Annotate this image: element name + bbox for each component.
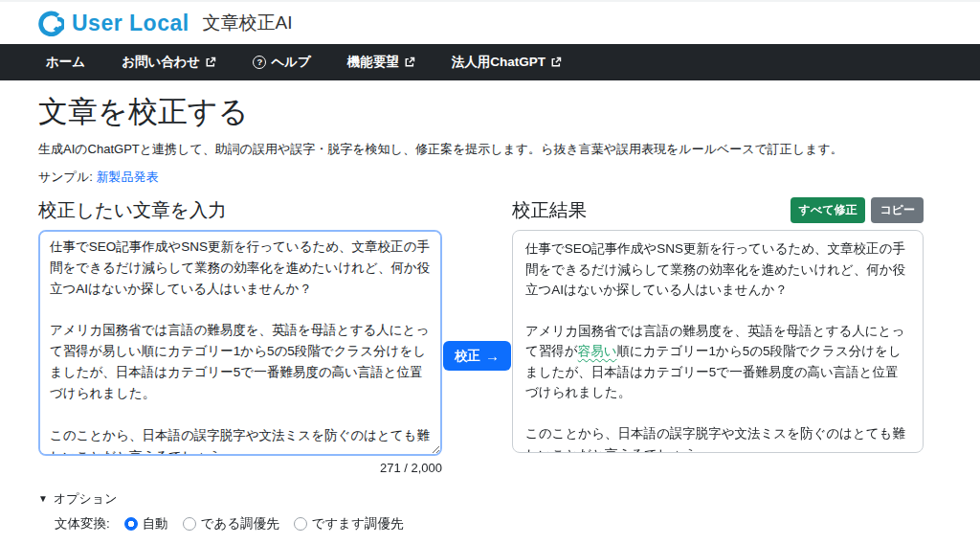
workspace: 校正したい文章を入力 仕事でSEO記事作成やSNS更新を行っているため、文章校正… — [38, 197, 924, 533]
result-actions: すべて修正 コピー — [791, 197, 924, 223]
external-link-icon — [205, 57, 216, 68]
input-panel: 校正したい文章を入力 仕事でSEO記事作成やSNS更新を行っているため、文章校正… — [38, 197, 442, 533]
radio-option-dearu[interactable]: である調優先 — [183, 515, 279, 533]
middle-gutter: 校正 → — [442, 197, 512, 533]
brand-name: User Local — [72, 11, 189, 36]
brand[interactable]: User Local 文章校正AI — [38, 11, 293, 36]
correction-suggestion[interactable]: 容易い — [578, 344, 617, 358]
nav-item-help[interactable]: ? ヘルプ — [253, 54, 310, 71]
nav-item-business-chatgpt[interactable]: 法人用ChatGPT — [452, 54, 562, 71]
style-conversion-row: 文体変換: 自動 である調優先 ですます調優先 — [55, 515, 442, 533]
proofread-button[interactable]: 校正 → — [443, 341, 511, 371]
radio-icon[interactable] — [294, 517, 307, 531]
result-box: 仕事でSEO記事作成やSNS更新を行っているため、文章校正の手間をできるだけ減ら… — [512, 230, 924, 453]
radio-option-desumasu[interactable]: ですます調優先 — [294, 515, 404, 533]
radio-option-auto[interactable]: 自動 — [124, 515, 168, 533]
copy-button[interactable]: コピー — [871, 197, 924, 223]
nav-item-contact[interactable]: お問い合わせ — [122, 54, 216, 71]
result-header: 校正結果 すべて修正 コピー — [512, 197, 924, 223]
external-link-icon — [550, 57, 562, 68]
main-content: 文章を校正する 生成AIのChatGPTと連携して、助詞の誤用や誤字・脱字を検知… — [0, 80, 980, 533]
result-panel: 校正結果 すべて修正 コピー 仕事でSEO記事作成やSNS更新を行っているため、… — [512, 197, 924, 533]
sample-label: サンプル: — [38, 170, 93, 184]
arrow-right-icon: → — [485, 348, 500, 364]
radio-icon[interactable] — [183, 517, 196, 531]
fix-all-button[interactable]: すべて修正 — [791, 197, 866, 223]
page-description: 生成AIのChatGPTと連携して、助詞の誤用や誤字・脱字を検知し、修正案を提示… — [38, 141, 924, 158]
sample-row: サンプル: 新製品発表 — [38, 169, 924, 186]
result-paragraph: アメリカ国務省では言語の難易度を、英語を母語とする人にとって習得が容易い順にカテ… — [525, 321, 910, 403]
userlocal-logo-icon — [38, 11, 64, 36]
style-conversion-label: 文体変換: — [55, 515, 110, 533]
char-count: 271 / 2,000 — [38, 461, 442, 475]
external-link-icon — [404, 57, 415, 68]
sample-link-new-product[interactable]: 新製品発表 — [96, 170, 158, 184]
input-panel-title: 校正したい文章を入力 — [38, 197, 442, 223]
options-toggle[interactable]: ▼ オプション — [38, 490, 117, 508]
options-section: ▼ オプション 文体変換: 自動 である調優先 ですます調優先 — [38, 488, 442, 533]
result-paragraph: このことから、日本語の誤字脱字や文法ミスを防ぐのはとても難しいことだと言えるでし… — [525, 423, 910, 453]
proofread-input-textarea[interactable]: 仕事でSEO記事作成やSNS更新を行っているため、文章校正の手間をできるだけ減ら… — [38, 230, 442, 456]
nav-item-home[interactable]: ホーム — [46, 54, 85, 71]
navbar: ホーム お問い合わせ ? ヘルプ 機能要望 法人用ChatGPT — [0, 44, 980, 80]
result-panel-title: 校正結果 — [512, 197, 587, 223]
radio-icon[interactable] — [124, 517, 138, 531]
help-circle-icon: ? — [253, 56, 266, 69]
caret-down-icon: ▼ — [38, 493, 48, 504]
app-title: 文章校正AI — [203, 11, 293, 35]
options-toggle-label: オプション — [54, 490, 118, 508]
result-paragraph: 仕事でSEO記事作成やSNS更新を行っているため、文章校正の手間をできるだけ減ら… — [525, 238, 910, 301]
page-title: 文章を校正する — [38, 92, 924, 132]
site-header: User Local 文章校正AI — [0, 2, 980, 44]
nav-item-feature-request[interactable]: 機能要望 — [347, 54, 415, 71]
